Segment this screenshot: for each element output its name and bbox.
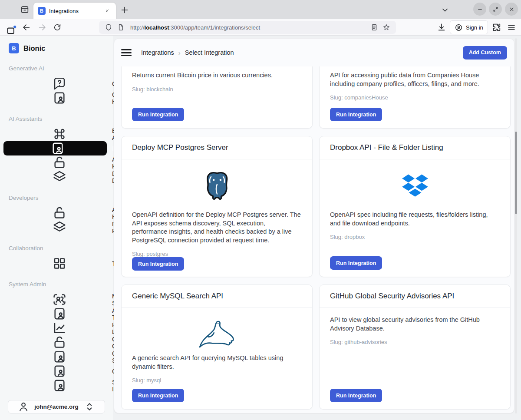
shield-icon[interactable]	[105, 23, 112, 31]
breadcrumb-integrations[interactable]: Integrations	[141, 49, 174, 56]
tab-close-icon[interactable]	[103, 7, 112, 15]
card-postgres: Deploy MCP Postgres Server	[121, 136, 313, 277]
window-minimize-button[interactable]	[473, 3, 486, 16]
book-user-icon	[12, 364, 107, 378]
sidebar-item-explore-assistants[interactable]: Explore Assistants	[3, 127, 107, 141]
page-info-icon[interactable]	[117, 23, 125, 31]
card-description: API for accessing public data from Compa…	[330, 71, 500, 88]
card-slug: Slug: postgres	[132, 251, 302, 257]
run-integration-button[interactable]: Run Integration	[330, 389, 382, 402]
sidebar-item-document-pipelines[interactable]: Document Pipelines	[3, 220, 107, 235]
reload-button[interactable]	[53, 23, 62, 32]
sign-in-button[interactable]: Sign in	[450, 20, 488, 34]
sidebar-item-integrations[interactable]: Integrations	[3, 141, 107, 155]
command-icon	[12, 127, 107, 141]
card-github-advisories: GitHub Global Security Advisories API AP…	[319, 284, 511, 410]
scrollbar-thumb[interactable]	[515, 132, 517, 214]
app-root: B Bionic Generative AI Chat Chat History…	[0, 36, 521, 420]
sidebar-item-chat-history[interactable]: Chat History	[3, 91, 107, 105]
browser-tab[interactable]: B Integrations	[33, 3, 116, 19]
user-menu[interactable]: john@acme.org	[8, 400, 105, 413]
lock-open-icon	[12, 206, 107, 220]
brand: B Bionic	[0, 42, 113, 55]
breadcrumb-select-integration: Select Integration	[185, 49, 234, 56]
sidebar-item-teams[interactable]: Teams	[3, 256, 107, 271]
sidebar-item-categories[interactable]: Categories	[3, 364, 107, 378]
card-description: OpenAPI definition for the Deploy MCP Po…	[132, 211, 302, 245]
sidebar-item-dev-api-keys[interactable]: API Keys	[3, 206, 107, 220]
url-host: localhost	[145, 24, 169, 31]
run-integration-button[interactable]: Run Integration	[132, 389, 184, 402]
tab-manager-icon[interactable]	[20, 5, 30, 14]
window-maximize-button[interactable]	[489, 3, 502, 16]
sidebar-item-rate-limits[interactable]: Rate Limits	[3, 321, 107, 335]
extensions-puzzle-icon[interactable]	[492, 23, 501, 32]
sidebar-item-oauth-clients[interactable]: OAuth Clients	[3, 335, 107, 350]
run-integration-button[interactable]: Run Integration	[330, 256, 382, 270]
card-title: Deploy MCP Postgres Server	[122, 136, 312, 159]
tab-title: Integrations	[49, 8, 103, 14]
cards-scroll-area[interactable]: Returns current Bitcoin price in various…	[114, 66, 514, 410]
section-label-generative-ai: Generative AI	[9, 64, 104, 73]
users-scan-icon	[12, 292, 107, 307]
panel-header: Integrations › Select Integration Add Cu…	[114, 39, 514, 66]
sidebar: B Bionic Generative AI Chat Chat History…	[0, 36, 113, 420]
line-chart-icon	[12, 321, 107, 335]
lock-open-icon	[12, 335, 107, 350]
run-integration-button[interactable]: Run Integration	[330, 108, 382, 121]
url-bar[interactable]: http://localhost:3000/app/team/1/integra…	[99, 21, 396, 34]
add-custom-button[interactable]: Add Custom	[463, 46, 507, 60]
card-slug: Slug: blockchain	[132, 86, 302, 93]
layers-icon	[12, 170, 107, 184]
forward-button[interactable]	[37, 23, 47, 32]
breadcrumb-separator: ›	[178, 49, 181, 56]
brand-logo: B	[9, 43, 19, 53]
firefox-view-icon[interactable]	[6, 26, 16, 36]
back-button[interactable]	[22, 23, 31, 32]
card-title: Generic MySQL Search API	[122, 285, 312, 308]
chevron-updown-icon	[79, 400, 100, 413]
chat-question-icon	[12, 76, 107, 91]
card-slug: Slug: github-advisories	[330, 339, 500, 345]
card-companies-house: API for accessing public data from Compa…	[319, 66, 511, 129]
card-mysql: Generic MySQL Search API A generic searc…	[121, 284, 313, 410]
reader-mode-icon[interactable]	[370, 23, 378, 31]
sidebar-item-system-info[interactable]: System Info	[3, 378, 107, 393]
book-user-icon	[12, 378, 107, 393]
sign-in-label: Sign in	[466, 24, 483, 31]
bookmark-star-icon[interactable]	[383, 23, 390, 31]
sidebar-item-chat[interactable]: Chat	[3, 76, 107, 91]
sidebar-item-model-setup[interactable]: Model Setup	[3, 292, 107, 307]
card-dropbox: Dropbox API - File & Folder Listing	[319, 136, 511, 277]
mysql-logo	[132, 317, 302, 351]
section-label-developers: Developers	[9, 194, 104, 202]
sidebar-item-datasets-documents[interactable]: Datasets & Documents	[3, 170, 107, 184]
card-description: OpenAPI spec including file requests, fi…	[330, 211, 500, 228]
downloads-icon[interactable]	[437, 23, 446, 32]
scrollbar-track[interactable]	[515, 38, 517, 413]
tab-list-chevron-icon[interactable]	[440, 5, 450, 15]
url-text: http://localhost:3000/app/team/1/integra…	[130, 24, 368, 31]
window-close-button[interactable]	[505, 3, 518, 16]
layers-icon	[12, 220, 107, 235]
tab-favicon: B	[38, 7, 46, 15]
section-label-system-admin: System Admin	[9, 280, 104, 289]
sidebar-item-openapi-specs[interactable]: OpenAPI Specs	[3, 350, 107, 364]
person-icon	[13, 400, 34, 413]
card-description: A generic search API for querying MySQL …	[132, 354, 302, 371]
run-integration-button[interactable]: Run Integration	[132, 108, 184, 121]
menu-toggle-icon[interactable]	[121, 49, 132, 56]
browser-menu-icon[interactable]	[507, 23, 516, 32]
sidebar-item-api-keys[interactable]: API Keys	[3, 155, 107, 170]
grid-icon	[12, 256, 107, 271]
card-slug: Slug: mysql	[132, 377, 302, 384]
sidebar-item-audit-trail[interactable]: Audit Trail	[3, 307, 107, 321]
section-label-ai-assistants: AI Assistants	[9, 115, 104, 123]
url-scheme: http://	[130, 24, 145, 31]
card-title: GitHub Global Security Advisories API	[320, 285, 510, 308]
new-tab-button[interactable]	[120, 5, 129, 15]
user-email: john@acme.org	[34, 403, 79, 410]
card-description: API to view global security advisories f…	[330, 316, 500, 333]
run-integration-button[interactable]: Run Integration	[132, 257, 184, 271]
book-user-icon	[12, 307, 107, 321]
